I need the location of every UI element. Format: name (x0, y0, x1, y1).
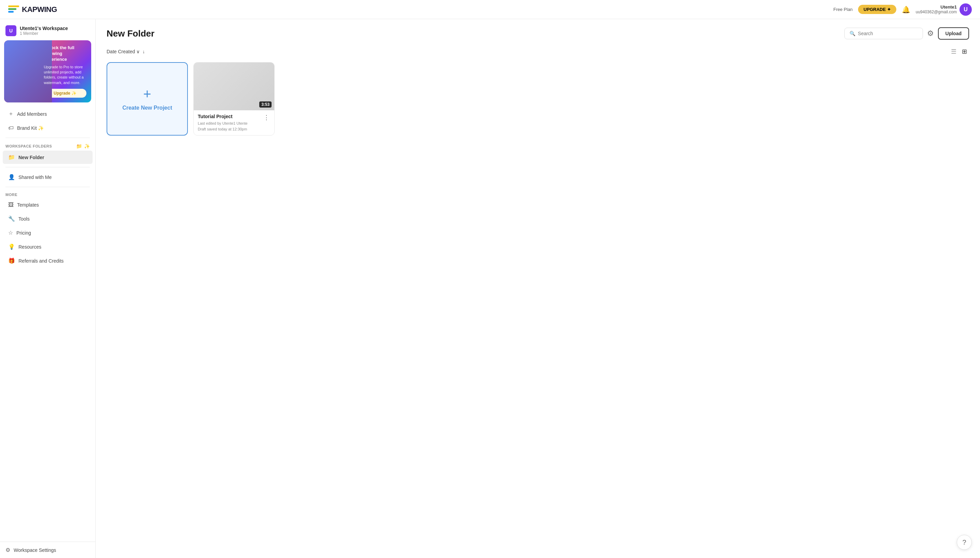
avatar[interactable]: U (960, 3, 972, 16)
list-view-button[interactable]: ☰ (949, 46, 959, 57)
sidebar-item-tools[interactable]: 🔧 Tools (3, 212, 93, 225)
add-members-icon: ＋ (8, 110, 14, 118)
sidebar-item-pricing[interactable]: ☆ Pricing (3, 226, 93, 240)
tools-icon: 🔧 (8, 215, 15, 222)
content-header: New Folder 🔍 ⚙ Upload (96, 19, 980, 45)
promo-description: Upgrade to Pro to store unlimited projec… (44, 64, 86, 86)
divider-3 (5, 187, 90, 187)
logo-icon (8, 5, 19, 14)
free-plan-label: Free Plan (834, 7, 853, 12)
workspace-members: 1 Member (20, 31, 68, 36)
more-label: MORE (0, 190, 95, 198)
workspace-info: Utente1's Workspace 1 Member (20, 26, 68, 36)
search-box: 🔍 (844, 28, 923, 39)
navbar: KAPWING Free Plan UPGRADE ✦ 🔔 Utente1 uu… (0, 0, 980, 19)
sidebar-item-workspace-settings[interactable]: ⚙ Workspace Settings (0, 542, 95, 558)
templates-icon: 🖼 (8, 202, 14, 208)
project-meta-line2: Draft saved today at 12:30pm (198, 126, 248, 132)
content-area: New Folder 🔍 ⚙ Upload Date Created ∨ ↓ (96, 19, 980, 558)
projects-area: + Create New Project 3:53 Tutorial Proje… (96, 62, 980, 558)
upload-button[interactable]: Upload (938, 27, 969, 39)
workspace-avatar: U (5, 25, 16, 36)
shared-icon: 👤 (8, 174, 15, 180)
search-input[interactable] (858, 31, 918, 36)
main-layout: U Utente1's Workspace 1 Member Unlock th… (0, 19, 980, 558)
sort-left: Date Created ∨ ↓ (107, 49, 145, 54)
brand-kit-icon: 🏷 (8, 125, 14, 131)
create-plus-icon: + (143, 87, 151, 101)
create-new-project-card[interactable]: + Create New Project (107, 62, 188, 136)
table-row[interactable]: 3:53 Tutorial Project Last edited by Ute… (193, 62, 275, 136)
project-thumbnail: 3:53 (194, 62, 274, 110)
settings-icon-button[interactable]: ⚙ (927, 29, 934, 38)
sparkle-folder-button[interactable]: ✨ (84, 143, 90, 149)
workspace-settings-label: Workspace Settings (14, 547, 56, 553)
divider-2 (5, 167, 90, 167)
workspace-header: U Utente1's Workspace 1 Member (0, 19, 95, 40)
promo-card: Unlock the full Kapwing experience Upgra… (4, 40, 91, 102)
folder-icon: 📁 (8, 154, 15, 161)
header-actions: 🔍 ⚙ Upload (844, 27, 969, 39)
workspace-folders-label: WORKSPACE FOLDERS (5, 144, 52, 148)
sort-label: Date Created (107, 49, 135, 54)
sort-chevron-icon: ∨ (136, 49, 140, 54)
resources-icon: 💡 (8, 243, 15, 250)
folder-actions: 📁 ✨ (76, 143, 90, 149)
referrals-label: Referrals and Credits (18, 258, 64, 264)
project-more-button[interactable]: ⋮ (263, 114, 270, 121)
upgrade-button[interactable]: UPGRADE ✦ (858, 5, 896, 14)
sidebar-item-shared-with-me[interactable]: 👤 Shared with Me (3, 171, 93, 184)
logo-bar-blue (8, 11, 14, 13)
project-info: Tutorial Project Last edited by Utente1 … (194, 110, 274, 135)
project-details: Tutorial Project Last edited by Utente1 … (198, 114, 248, 132)
create-new-project-label: Create New Project (122, 105, 172, 111)
sidebar-item-resources[interactable]: 💡 Resources (3, 240, 93, 253)
settings-icon: ⚙ (5, 547, 10, 553)
resources-label: Resources (18, 244, 41, 249)
brand-kit-label: Brand Kit ✨ (17, 125, 44, 131)
user-name: Utente1 (941, 5, 957, 10)
logo-bar-green (8, 8, 16, 10)
new-folder-label: New Folder (18, 155, 44, 160)
project-name: Tutorial Project (198, 114, 248, 119)
projects-grid: + Create New Project 3:53 Tutorial Proje… (107, 62, 969, 136)
add-folder-button[interactable]: 📁 (76, 143, 82, 149)
sort-button[interactable]: Date Created ∨ (107, 49, 140, 54)
sidebar-item-add-members[interactable]: ＋ Add Members (3, 107, 93, 121)
project-info-row: Tutorial Project Last edited by Utente1 … (198, 114, 270, 132)
project-meta-line1: Last edited by Utente1 Utente (198, 121, 248, 126)
sidebar-item-new-folder[interactable]: 📁 New Folder (3, 151, 93, 164)
sidebar-item-referrals[interactable]: 🎁 Referrals and Credits (3, 254, 93, 268)
logo-text: KAPWING (22, 5, 57, 14)
bell-icon[interactable]: 🔔 (902, 5, 910, 14)
sort-arrow-icon: ↓ (143, 49, 145, 54)
duration-badge: 3:53 (259, 102, 272, 108)
tools-label: Tools (18, 216, 30, 222)
templates-label: Templates (17, 202, 39, 208)
referrals-icon: 🎁 (8, 258, 15, 264)
sort-bar: Date Created ∨ ↓ ☰ ⊞ (96, 45, 980, 62)
user-info: Utente1 uu940362@gmail.com U (916, 3, 972, 16)
user-name-block: Utente1 uu940362@gmail.com (916, 5, 957, 14)
pricing-label: Pricing (16, 230, 31, 236)
page-title: New Folder (107, 28, 154, 39)
view-toggle: ☰ ⊞ (949, 46, 969, 57)
help-button[interactable]: ? (957, 535, 972, 550)
add-members-label: Add Members (17, 111, 47, 117)
sidebar-item-templates[interactable]: 🖼 Templates (3, 199, 93, 212)
search-icon: 🔍 (850, 31, 855, 36)
divider-1 (5, 138, 90, 138)
workspace-name: Utente1's Workspace (20, 26, 68, 31)
sidebar-bottom: ⚙ Workspace Settings (0, 542, 95, 558)
workspace-folders-header: WORKSPACE FOLDERS 📁 ✨ (0, 141, 95, 150)
sidebar-item-brand-kit[interactable]: 🏷 Brand Kit ✨ (3, 121, 93, 135)
logo-bar-yellow (8, 5, 19, 7)
shared-with-me-label: Shared with Me (18, 174, 52, 180)
navbar-left: KAPWING (8, 5, 57, 14)
grid-view-button[interactable]: ⊞ (960, 46, 969, 57)
pricing-icon: ☆ (8, 230, 13, 236)
navbar-right: Free Plan UPGRADE ✦ 🔔 Utente1 uu940362@g… (834, 3, 972, 16)
sidebar: U Utente1's Workspace 1 Member Unlock th… (0, 19, 96, 558)
user-email: uu940362@gmail.com (916, 10, 957, 14)
